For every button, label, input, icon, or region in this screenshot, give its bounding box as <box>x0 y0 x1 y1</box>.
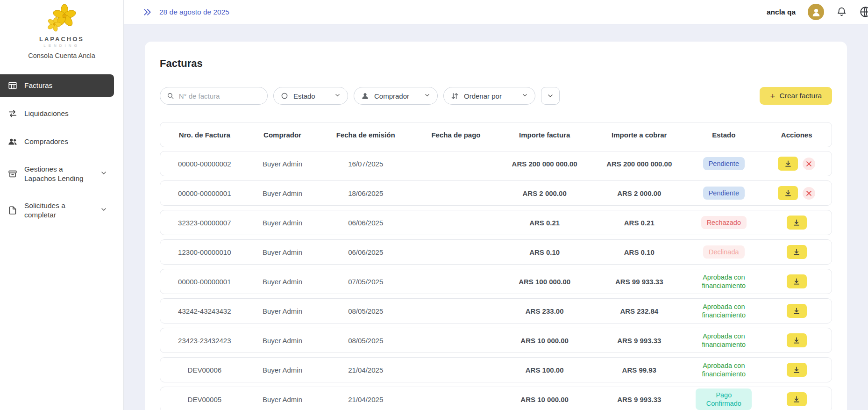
cell-estado: Aprobada con financiamiento <box>686 332 761 349</box>
sidebar-item-label: Solicitudes a completar <box>24 201 93 220</box>
logo-subtitle: LENDING <box>0 43 123 48</box>
estado-filter[interactable]: Estado <box>273 87 348 105</box>
download-button[interactable] <box>787 245 807 259</box>
cell-acciones <box>762 186 832 200</box>
ordenar-filter-label: Ordenar por <box>464 92 502 100</box>
status-badge: Pago Confirmado <box>696 388 752 410</box>
close-icon <box>806 161 811 166</box>
table-row: 43242-43243432 Buyer Admin 08/05/2025 AR… <box>160 298 832 324</box>
download-button[interactable] <box>778 157 798 171</box>
chevron-down-icon <box>424 92 431 100</box>
cell-fecha-emision: 21/04/2025 <box>316 366 415 374</box>
cell-comprador: Buyer Admin <box>249 219 316 227</box>
table-row: 00000-00000001 Buyer Admin 07/05/2025 AR… <box>160 269 832 294</box>
cell-fecha-emision: 18/06/2025 <box>316 189 415 197</box>
cell-importe-cobrar: ARS 0.21 <box>592 219 686 227</box>
download-icon <box>793 396 800 403</box>
content-area: Facturas Estado <box>124 24 868 410</box>
chevron-down-icon <box>100 169 107 179</box>
cancel-button[interactable] <box>803 187 815 200</box>
cell-estado: Pago Confirmado <box>686 388 761 410</box>
cell-importe-cobrar: ARS 0.10 <box>592 248 686 256</box>
status-badge: Aprobada con financiamiento <box>696 361 752 378</box>
cancel-button[interactable] <box>803 158 815 170</box>
expand-sidebar-button[interactable] <box>142 7 152 17</box>
people-icon <box>7 137 18 147</box>
table-row: DEV00006 Buyer Admin 21/04/2025 ARS 100.… <box>160 357 832 382</box>
cell-fecha-emision: 06/06/2025 <box>316 248 415 256</box>
download-button[interactable] <box>787 304 807 318</box>
globe-icon <box>859 6 868 18</box>
ordenar-filter[interactable]: Ordenar por <box>443 87 535 105</box>
cell-nro: 32323-00000007 <box>160 219 249 227</box>
cell-nro: 12300-00000010 <box>160 248 249 256</box>
download-button[interactable] <box>787 274 807 288</box>
download-button[interactable] <box>787 363 807 377</box>
cell-fecha-emision: 21/04/2025 <box>316 396 415 403</box>
cell-importe-factura: ARS 2 000.00 <box>497 189 592 197</box>
table-body: 00000-00000002 Buyer Admin 16/07/2025 AR… <box>160 151 832 410</box>
invoice-search[interactable] <box>160 87 268 105</box>
status-badge: Declinada <box>703 245 745 259</box>
status-badge: Rechazado <box>701 216 747 229</box>
download-button[interactable] <box>787 392 807 406</box>
estado-filter-label: Estado <box>293 92 315 100</box>
status-badge: Aprobada con financiamiento <box>696 302 752 319</box>
sidebar-item-facturas[interactable]: Facturas <box>0 74 114 97</box>
cell-comprador: Buyer Admin <box>249 337 316 345</box>
expand-filters-button[interactable] <box>541 87 560 105</box>
table-row: 00000-00000002 Buyer Admin 16/07/2025 AR… <box>160 151 832 176</box>
language-button[interactable] <box>859 6 868 18</box>
cell-estado: Pendiente <box>686 187 761 200</box>
table-row: DEV00005 Buyer Admin 21/04/2025 ARS 10 0… <box>160 387 832 410</box>
cell-nro: 43242-43243432 <box>160 307 249 315</box>
chevron-down-icon <box>100 206 107 215</box>
user-name: ancla qa <box>767 8 796 16</box>
cell-acciones <box>762 157 832 171</box>
cell-importe-cobrar: ARS 99.93 <box>592 366 686 374</box>
download-button[interactable] <box>787 216 807 230</box>
close-icon <box>806 191 811 196</box>
topbar: 28 de agosto de 2025 ancla qa <box>124 0 868 24</box>
column-header: Estado <box>686 131 761 139</box>
comprador-filter-label: Comprador <box>374 92 409 100</box>
cell-estado: Declinada <box>686 245 761 259</box>
cell-estado: Aprobada con financiamiento <box>686 302 761 319</box>
table-grid-icon <box>7 80 18 91</box>
cell-fecha-emision: 08/05/2025 <box>316 337 415 345</box>
table-header-row: Nro. de FacturaCompradorFecha de emisión… <box>160 122 832 147</box>
comprador-filter[interactable]: Comprador <box>354 87 438 105</box>
chevron-down-icon <box>334 92 341 100</box>
download-icon <box>793 219 800 226</box>
cell-importe-cobrar: ARS 9 993.33 <box>592 337 686 345</box>
status-badge: Aprobada con financiamiento <box>696 273 752 290</box>
table-row: 32323-00000007 Buyer Admin 06/06/2025 AR… <box>160 210 832 235</box>
cell-importe-cobrar: ARS 232.84 <box>592 307 686 315</box>
notifications-button[interactable] <box>836 7 847 17</box>
download-button[interactable] <box>778 186 798 200</box>
search-input[interactable] <box>179 92 261 100</box>
cell-estado: Aprobada con financiamiento <box>686 361 761 378</box>
table-row: 00000-00000001 Buyer Admin 18/06/2025 AR… <box>160 180 832 206</box>
topbar-left: 28 de agosto de 2025 <box>142 7 229 17</box>
column-header: Acciones <box>762 131 832 139</box>
cell-comprador: Buyer Admin <box>249 307 316 315</box>
download-icon <box>793 307 800 315</box>
cell-nro: 00000-00000001 <box>160 189 249 197</box>
download-icon <box>793 366 800 374</box>
app-root: LAPACHOS LENDING Consola Cuenta Ancla Fa… <box>0 0 868 410</box>
download-icon <box>793 278 800 285</box>
person-icon <box>811 7 822 18</box>
current-date: 28 de agosto de 2025 <box>159 8 229 16</box>
sidebar-nav: Facturas Liquidaciones Compradores <box>0 74 123 226</box>
create-invoice-button[interactable]: + Crear factura <box>760 87 832 105</box>
sidebar-item-compradores[interactable]: Compradores <box>0 130 114 153</box>
download-button[interactable] <box>787 333 807 347</box>
cell-importe-factura: ARS 100 000.00 <box>497 278 592 286</box>
user-avatar[interactable] <box>808 4 824 20</box>
sidebar-item-label: Gestiones a Lapachos Lending <box>24 165 93 183</box>
cell-importe-cobrar: ARS 2 000.00 <box>592 189 686 197</box>
sidebar-item-gestiones[interactable]: Gestiones a Lapachos Lending <box>0 158 114 189</box>
sidebar-item-liquidaciones[interactable]: Liquidaciones <box>0 102 114 125</box>
sidebar-item-solicitudes[interactable]: Solicitudes a completar <box>0 195 114 226</box>
